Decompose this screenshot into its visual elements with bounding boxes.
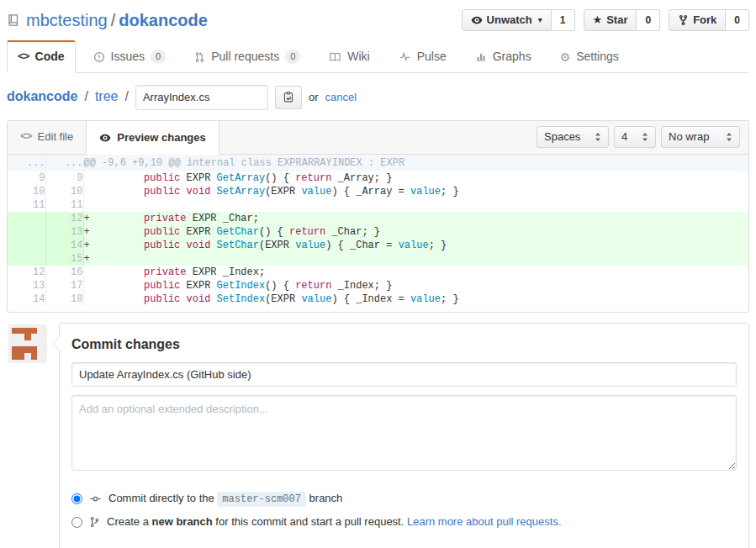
watch-button-group: Unwatch ▾ 1	[462, 9, 575, 31]
indent-mode-select[interactable]: Spaces	[537, 126, 609, 148]
unwatch-button[interactable]: Unwatch ▾	[462, 9, 552, 31]
repo-book-icon	[7, 13, 20, 27]
branch-name-chip: master-scm007	[217, 492, 306, 507]
diff-new-line-number[interactable]: 18	[45, 292, 83, 306]
commit-message-input[interactable]	[71, 362, 737, 387]
diff-new-line-number[interactable]: 14	[45, 239, 83, 252]
diff-code-cell: + public EXPR GetChar() { return _Char; …	[83, 225, 748, 239]
diff-new-line-number[interactable]: 10	[45, 185, 83, 198]
repo-name-link[interactable]: dokancode	[119, 11, 208, 29]
diff-row: 13+ public EXPR GetChar() { return _Char…	[8, 225, 748, 239]
diff-old-line-number[interactable]: 11	[8, 198, 45, 212]
tab-settings-label: Settings	[576, 49, 619, 66]
diff-old-line-number[interactable]	[8, 212, 45, 225]
commit-direct-post-text: branch	[309, 492, 343, 504]
tab-settings[interactable]: ⚙ Settings	[549, 41, 630, 73]
tab-wiki[interactable]: Wiki	[318, 41, 380, 73]
repo-owner-link[interactable]: mbctesting	[26, 11, 108, 29]
breadcrumb-tree-link[interactable]: tree	[95, 87, 119, 106]
tab-code[interactable]: <> Code	[7, 40, 76, 73]
new-branch-post-text: for this commit and start a pull request…	[213, 515, 407, 528]
diff-row: 1317 public EXPR GetIndex() { return _In…	[8, 279, 748, 292]
diff-sign: +	[84, 252, 96, 266]
tab-pulse-label: Pulse	[417, 49, 447, 66]
breadcrumb-repo-link[interactable]: dokancode	[7, 87, 77, 106]
diff-new-line-number[interactable]: 9	[45, 171, 83, 185]
tab-preview-changes[interactable]: Preview changes	[86, 121, 219, 155]
diff-old-line-number[interactable]	[8, 225, 45, 239]
commit-direct-radio[interactable]	[71, 493, 82, 504]
indent-size-value: 4	[621, 129, 627, 145]
indent-size-select[interactable]: 4	[614, 126, 656, 148]
diff-new-line-number[interactable]: 15	[45, 252, 83, 266]
fork-button-group: Fork 0	[669, 9, 749, 31]
diff-new-line-number[interactable]: 16	[45, 266, 83, 279]
unwatch-label: Unwatch	[487, 13, 532, 28]
repo-actions: Unwatch ▾ 1 ★ Star 0 Fork 0	[462, 9, 749, 31]
pull-requests-counter: 0	[285, 50, 300, 64]
commit-form-heading: Commit changes	[71, 335, 737, 354]
commit-description-textarea[interactable]	[71, 395, 737, 471]
fork-button[interactable]: Fork	[669, 9, 726, 31]
file-editor-box: <> Edit file Preview changes Spaces 4 No…	[7, 120, 749, 313]
page: mbctesting/dokancode Unwatch ▾ 1 ★ Star …	[0, 0, 756, 548]
issues-counter: 0	[151, 50, 166, 64]
diff-old-line-number[interactable]: 12	[8, 266, 45, 279]
diff-code-cell: public void SetArray(EXPR value) { _Arra…	[83, 185, 748, 198]
tab-pull-requests[interactable]: Pull requests 0	[183, 41, 311, 73]
diff-row: 1111	[8, 198, 748, 212]
diff-old-line-number[interactable]: 10	[8, 185, 45, 198]
diff-row: 14+ public void SetChar(EXPR value) { _C…	[8, 239, 748, 252]
tab-graphs-label: Graphs	[493, 49, 531, 66]
diff-sign	[84, 279, 96, 292]
or-text: or	[309, 90, 319, 105]
diff-sign: +	[84, 212, 96, 225]
diff-new-line-number[interactable]: 13	[45, 225, 83, 239]
caret-down-icon: ▾	[538, 14, 542, 26]
watchers-count[interactable]: 1	[552, 9, 575, 31]
indent-mode-value: Spaces	[544, 129, 580, 145]
eye-icon	[471, 14, 483, 26]
diff-old-line-number[interactable]	[8, 252, 45, 266]
diff-sign	[84, 292, 96, 306]
new-branch-pre-text: Create a	[107, 515, 151, 528]
diff-new-line-number[interactable]: 12	[45, 212, 83, 225]
tab-issues-label: Issues	[111, 49, 145, 66]
learn-more-link[interactable]: Learn more about pull requests.	[407, 515, 562, 528]
cancel-edit-link[interactable]: cancel	[325, 90, 357, 105]
tab-edit-file[interactable]: <> Edit file	[8, 121, 86, 154]
diff-code-cell: + private EXPR _Char;	[83, 212, 748, 225]
commit-new-branch-option: Create a new branch for this commit and …	[71, 514, 737, 530]
commit-form: Commit changes Commit directly to the ma…	[59, 323, 749, 548]
commit-new-branch-radio[interactable]	[71, 517, 82, 528]
diff-sign	[84, 266, 96, 279]
wrap-mode-select[interactable]: No wrap	[661, 126, 740, 148]
star-label: Star	[606, 13, 627, 28]
star-button[interactable]: ★ Star	[584, 9, 637, 31]
tab-pulse[interactable]: Pulse	[388, 41, 457, 73]
tab-wiki-label: Wiki	[347, 49, 369, 66]
diff-old-line-number[interactable]	[8, 239, 45, 252]
diff-old-line-number[interactable]: 9	[8, 171, 45, 185]
forks-count[interactable]: 0	[726, 9, 749, 31]
diff-new-line-number[interactable]: 11	[45, 198, 83, 212]
tab-issues[interactable]: Issues 0	[82, 41, 177, 73]
diff-row: 15+	[8, 252, 748, 266]
diff-new-line-number[interactable]: 17	[45, 279, 83, 292]
commit-direct-text: Commit directly to the master-scm007 bra…	[108, 491, 342, 507]
tab-pull-requests-label: Pull requests	[211, 49, 279, 66]
stars-count[interactable]: 0	[637, 9, 660, 31]
breadcrumb: dokancode / tree / or cancel	[7, 73, 749, 120]
user-avatar	[8, 324, 47, 363]
diff-old-line-number[interactable]: 14	[8, 292, 45, 306]
diff-code-cell: + public void SetChar(EXPR value) { _Cha…	[83, 239, 748, 252]
diff-sign: +	[84, 239, 96, 252]
breadcrumb-separator: /	[84, 87, 87, 106]
clipboard-button[interactable]	[275, 86, 302, 109]
diff-old-line-number[interactable]: 13	[8, 279, 45, 292]
tab-graphs[interactable]: Graphs	[464, 41, 542, 73]
filename-input[interactable]	[135, 85, 268, 110]
editor-settings: Spaces 4 No wrap	[537, 121, 748, 154]
select-arrows-icon	[642, 132, 648, 142]
select-arrows-icon	[726, 132, 732, 142]
